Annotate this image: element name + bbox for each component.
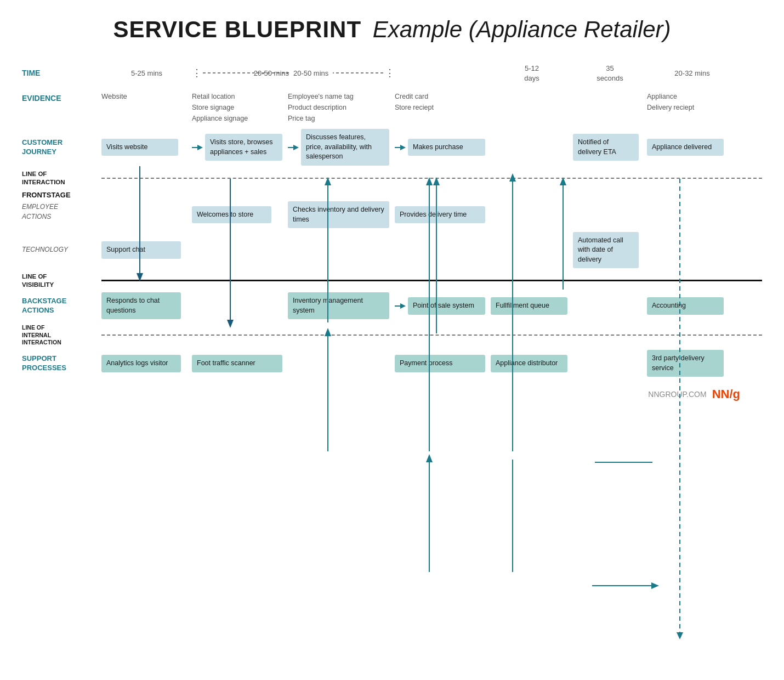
backstage-label: BACKSTAGEACTIONS (22, 297, 66, 315)
evidence-row: EVIDENCE Website Retail locationStore si… (22, 89, 762, 123)
ea-card-2: Welcomes to store (192, 206, 271, 224)
svg-marker-27 (651, 582, 659, 589)
cj-arrow-1 (192, 142, 203, 153)
employee-actions-row: EMPLOYEEACTIONS Welcomes to store Checks… (22, 201, 762, 229)
sp-card-5: Appliance distributor (491, 355, 567, 372)
sp-card-1: Analytics logs visitor (101, 355, 181, 372)
technology-label: TECHNOLOGY (22, 246, 68, 254)
cj-card-2: Visits store, browses appliances + sales (205, 134, 282, 161)
customer-journey-row: CUSTOMERJOURNEY Visits website Visits st… (22, 129, 762, 166)
evidence-col1: Website (101, 92, 127, 100)
support-processes-label: SUPPORTPROCESSES (22, 354, 66, 373)
svg-marker-24 (426, 454, 433, 462)
employee-actions-label: EMPLOYEEACTIONS (22, 203, 58, 221)
evidence-col2: Retail locationStore signageAppliance si… (192, 93, 248, 122)
customer-journey-label: CUSTOMERJOURNEY (22, 138, 63, 157)
line-visibility-label: LINE OFVISIBILITY (22, 273, 101, 289)
evidence-col4: Credit cardStore reciept (395, 93, 434, 111)
backstage-row: BACKSTAGEACTIONS Responds to chat questi… (22, 292, 762, 320)
time-col6: 35seconds (596, 64, 623, 82)
cj-card-7: Appliance delivered (647, 139, 724, 156)
svg-marker-20 (677, 632, 683, 639)
line-interaction-label: LINE OFINTERACTION (22, 170, 101, 186)
footer-website: NNGROUP.COM (648, 390, 706, 399)
dashed-line-internal (101, 335, 762, 336)
footer: NNGROUP.COM NN/g (22, 382, 762, 407)
cj-card-6: Notified of delivery ETA (573, 134, 639, 161)
footer-logo-g: g (733, 387, 740, 401)
evidence-col3: Employee's name tagProduct descriptionPr… (288, 93, 354, 122)
support-processes-row: SUPPORTPROCESSES Analytics logs visitor … (22, 350, 762, 377)
cj-card-1: Visits website (101, 139, 178, 156)
frontstage-label: FRONTSTAGE (22, 191, 71, 199)
title-italic: Example (Appliance Retailer) (373, 16, 671, 42)
time-range23: 20-50 mins (289, 69, 333, 77)
cj-arrow-3 (395, 142, 406, 153)
time-row: TIME 5-25 mins ⋮ 20-50 mins ⋮ 20-50 mins (22, 59, 762, 87)
dashed-line-interaction (101, 178, 762, 179)
evidence-label: EVIDENCE (22, 94, 61, 103)
time-label: TIME (22, 69, 40, 77)
evidence-col7: ApplianceDelivery reciept (647, 93, 694, 111)
svg-marker-4 (293, 145, 299, 150)
time-col5: 5-12days (524, 64, 539, 82)
ba-card-1: Responds to chat questions (101, 292, 181, 319)
ba-card-4: Point of sale system (408, 297, 485, 315)
svg-marker-8 (400, 303, 406, 309)
cj-arrow-2 (288, 142, 299, 153)
technology-row: TECHNOLOGY Support chat Automated call w… (22, 232, 762, 269)
time-col1: 5-25 mins (131, 69, 162, 77)
svg-marker-6 (400, 145, 406, 150)
svg-marker-2 (197, 145, 203, 150)
ba-arrow (395, 301, 406, 311)
ba-card-3: Inventory management system (288, 292, 389, 319)
footer-logo: NN/g (712, 387, 740, 401)
time-col7: 20-32 mins (674, 69, 709, 77)
sp-card-2: Foot traffic scanner (192, 355, 282, 372)
ea-card-4: Provides delivery time (395, 206, 485, 224)
blueprint-area: TIME 5-25 mins ⋮ 20-50 mins ⋮ 20-50 mins (22, 59, 762, 377)
line-of-internal-interaction: LINE OFINTERNALINTERACTION (22, 324, 762, 347)
ea-card-3: Checks inventory and delivery times (288, 201, 389, 228)
frontstage-section: FRONTSTAGE EMPLOYEEACTIONS Welcomes to s… (22, 190, 762, 229)
tech-card-6: Automated call with date of delivery (573, 232, 639, 269)
line-internal-label: LINE OFINTERNALINTERACTION (22, 324, 101, 347)
ba-card-7: Accounting (647, 297, 724, 315)
main-container: SERVICE BLUEPRINT Example (Appliance Ret… (0, 0, 784, 429)
cj-card-3: Discusses features, price, availability,… (301, 129, 389, 166)
line-of-interaction: LINE OFINTERACTION (22, 170, 762, 186)
title-bold: SERVICE BLUEPRINT (113, 16, 361, 42)
solid-line-visibility (101, 280, 762, 281)
sp-card-4: Payment process (395, 355, 485, 372)
footer-logo-nn: NN (712, 387, 730, 401)
title-area: SERVICE BLUEPRINT Example (Appliance Ret… (22, 16, 762, 43)
cj-card-4: Makes purchase (408, 139, 485, 156)
tech-card-1: Support chat (101, 241, 181, 259)
line-of-visibility: LINE OFVISIBILITY (22, 273, 762, 289)
sp-card-7: 3rd party delivery service (647, 350, 724, 377)
ba-card-5: Fullfillment queue (491, 297, 567, 315)
